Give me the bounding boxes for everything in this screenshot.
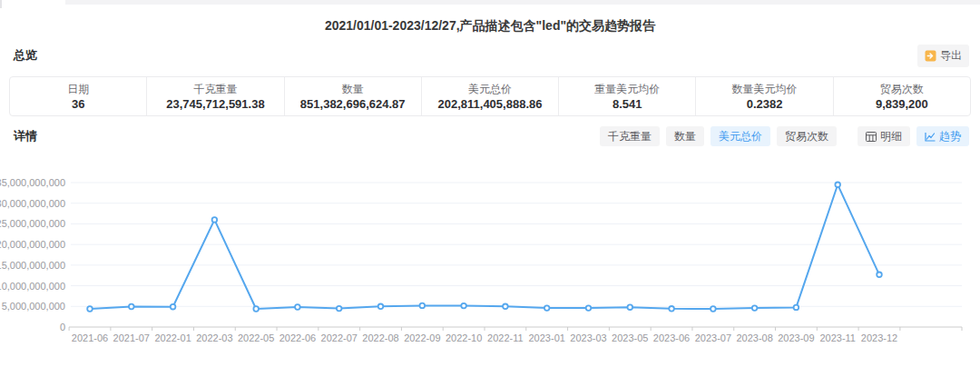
overview-stat: 日期36 — [10, 77, 147, 115]
metric-tab-usd-total[interactable]: 美元总价 — [710, 126, 770, 146]
overview-stat: 千克重量23,745,712,591.38 — [147, 77, 284, 115]
y-axis-tick-label: 15,000,000,000 — [0, 260, 65, 271]
stat-value: 202,811,405,888.86 — [438, 96, 543, 112]
stat-label: 贸易次数 — [880, 82, 924, 96]
y-axis-tick-label: 10,000,000,000 — [0, 281, 65, 292]
y-axis-tick-label: 25,000,000,000 — [0, 218, 65, 229]
stat-value: 9,839,200 — [876, 96, 928, 112]
data-point-marker[interactable] — [544, 305, 550, 311]
stat-label: 美元总价 — [468, 82, 512, 96]
view-tab-detail[interactable]: 明细 — [858, 126, 910, 146]
x-axis-tick-label: 2022-09 — [404, 332, 440, 343]
x-axis-tick-label: 2022-05 — [238, 332, 274, 343]
x-axis-tick-label: 2023-01 — [529, 332, 565, 343]
tab-label: 趋势 — [939, 131, 961, 142]
x-axis-tick-label: 2023-09 — [778, 332, 814, 343]
overview-stat: 数量851,382,696,624.87 — [285, 77, 422, 115]
page-title: 2021/01/01-2023/12/27,产品描述包含"led"的交易趋势报告 — [0, 18, 980, 35]
stat-value: 36 — [72, 96, 84, 112]
metric-tab-trade-count[interactable]: 贸易次数 — [777, 126, 837, 146]
x-axis-tick-label: 2022-11 — [487, 332, 524, 343]
trend-icon — [925, 132, 936, 142]
stat-value: 23,745,712,591.38 — [166, 96, 264, 112]
y-axis-tick-label: 5,000,000,000 — [2, 301, 65, 312]
x-axis-tick-label: 2023-07 — [695, 332, 731, 343]
trend-line-chart: 05,000,000,00010,000,000,00015,000,000,0… — [0, 168, 980, 363]
stat-label: 千克重量 — [193, 82, 237, 96]
export-button[interactable]: 导出 — [917, 45, 969, 67]
data-point-marker[interactable] — [794, 305, 799, 311]
export-label: 导出 — [940, 48, 962, 64]
details-header: 详情 千克重量数量美元总价贸易次数明细趋势 — [14, 125, 969, 147]
view-tab-trend[interactable]: 趋势 — [916, 126, 969, 146]
data-point-marker[interactable] — [253, 306, 259, 312]
top-edge-mark — [0, 0, 2, 8]
stat-value: 8.541 — [612, 96, 642, 112]
data-point-marker[interactable] — [378, 304, 384, 310]
data-point-marker[interactable] — [87, 306, 93, 312]
y-axis-tick-label: 30,000,000,000 — [0, 198, 65, 209]
overview-stats-card: 日期36千克重量23,745,712,591.38数量851,382,696,6… — [9, 76, 971, 116]
stat-label: 数量 — [342, 82, 364, 96]
tab-label: 明细 — [880, 131, 902, 142]
tab-label: 美元总价 — [719, 131, 762, 142]
data-point-marker[interactable] — [171, 304, 176, 310]
tab-label: 贸易次数 — [785, 131, 828, 142]
metric-tab-kg-weight[interactable]: 千克重量 — [600, 126, 660, 146]
metric-tab-quantity[interactable]: 数量 — [666, 126, 704, 146]
x-axis-tick-label: 2023-06 — [653, 332, 690, 343]
x-axis-tick-label: 2022-01 — [154, 332, 191, 343]
x-axis-tick-label: 2023-03 — [570, 332, 606, 343]
data-point-marker[interactable] — [461, 303, 466, 309]
data-point-marker[interactable] — [835, 183, 840, 188]
data-point-marker[interactable] — [129, 304, 134, 310]
stat-label: 日期 — [67, 82, 89, 96]
x-axis-tick-label: 2023-11 — [819, 332, 856, 343]
data-point-marker[interactable] — [295, 304, 300, 310]
tab-label: 数量 — [674, 131, 696, 142]
x-axis-tick-label: 2022-08 — [362, 332, 398, 343]
data-point-marker[interactable] — [669, 306, 674, 312]
x-axis-tick-label: 2022-03 — [196, 332, 232, 343]
y-axis-tick-label: 0 — [60, 322, 65, 332]
data-point-marker[interactable] — [420, 303, 426, 309]
export-file-icon — [925, 50, 936, 62]
table-icon — [866, 132, 877, 142]
y-axis-tick-label: 35,000,000,000 — [0, 177, 65, 188]
x-axis-tick-label: 2023-08 — [736, 332, 772, 343]
overview-stat: 数量美元均价0.2382 — [696, 77, 833, 115]
x-axis-tick-label: 2023-12 — [861, 332, 897, 343]
x-axis-tick-label: 2021-07 — [113, 332, 150, 343]
x-axis-tick-label: 2022-07 — [321, 332, 358, 343]
data-point-marker[interactable] — [877, 273, 882, 278]
overview-section-title: 总览 — [14, 47, 37, 64]
stat-label: 重量美元均价 — [594, 82, 660, 96]
stat-value: 851,382,696,624.87 — [300, 96, 406, 112]
y-axis-tick-label: 20,000,000,000 — [0, 239, 65, 250]
data-point-marker[interactable] — [752, 305, 758, 311]
data-point-marker[interactable] — [586, 305, 592, 311]
data-point-marker[interactable] — [710, 306, 716, 312]
x-axis-tick-label: 2022-10 — [446, 332, 482, 343]
overview-stat: 贸易次数9,839,200 — [834, 77, 970, 115]
top-edge-strip — [65, 0, 980, 5]
overview-stat: 美元总价202,811,405,888.86 — [422, 77, 559, 115]
overview-header: 总览 导出 — [14, 45, 969, 66]
data-point-marker[interactable] — [628, 304, 633, 310]
details-toolbar: 千克重量数量美元总价贸易次数明细趋势 — [593, 126, 969, 146]
x-axis-tick-label: 2023-05 — [612, 332, 648, 343]
stat-label: 数量美元均价 — [732, 82, 798, 96]
overview-stat: 重量美元均价8.541 — [559, 77, 696, 115]
tab-label: 千克重量 — [608, 131, 652, 142]
x-axis-tick-label: 2022-06 — [279, 332, 316, 343]
stat-value: 0.2382 — [747, 96, 783, 112]
data-point-marker[interactable] — [337, 306, 342, 312]
details-section-title: 详情 — [14, 128, 37, 144]
data-point-marker[interactable] — [212, 217, 218, 223]
data-point-marker[interactable] — [503, 304, 508, 310]
x-axis-tick-label: 2021-06 — [72, 332, 108, 343]
